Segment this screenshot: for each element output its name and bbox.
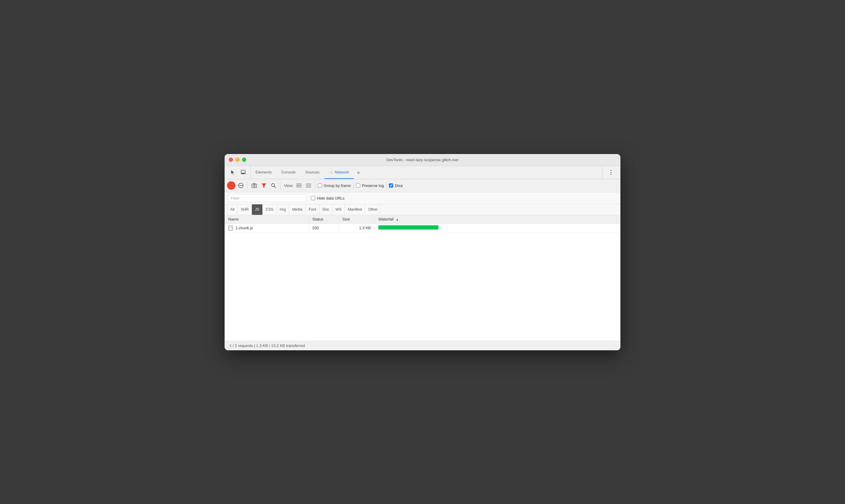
tab-bar: Elements Console Sources ⚠ Network » (225, 166, 620, 179)
tabs-container: Elements Console Sources ⚠ Network » (251, 166, 602, 179)
divider-2 (280, 182, 280, 189)
toolbar: View: (225, 179, 620, 192)
file-name: 1.chunk.js (235, 226, 253, 230)
filter-css[interactable]: CSS (263, 204, 277, 215)
disable-cache-text: Disa (395, 183, 403, 188)
divider-5 (386, 182, 387, 189)
tab-network[interactable]: ⚠ Network (324, 166, 354, 179)
filter-all[interactable]: All (227, 204, 238, 215)
record-button[interactable] (227, 181, 235, 190)
svg-line-9 (275, 186, 276, 188)
filter-ws[interactable]: WS (333, 204, 345, 215)
filter-icon[interactable] (260, 181, 268, 190)
filter-img[interactable]: Img (277, 204, 289, 215)
search-button[interactable] (269, 181, 278, 190)
file-icon (228, 225, 233, 231)
divider-4 (353, 182, 354, 189)
filter-font[interactable]: Font (306, 204, 320, 215)
svg-point-5 (253, 185, 255, 187)
network-table: Name Status Size Waterfall ▲ (225, 215, 620, 233)
group-by-frame-label[interactable]: Group by frame (318, 183, 351, 188)
browser-window: DevTools - react-lazy-suspense.glitch.me… (225, 154, 620, 350)
tab-bar-right: ⋮ (602, 166, 619, 179)
filter-input[interactable] (228, 194, 306, 202)
disable-cache-checkbox[interactable] (389, 183, 393, 187)
preserve-log-label[interactable]: Preserve log (356, 183, 384, 188)
minimize-button[interactable] (235, 158, 240, 162)
tab-sources-label: Sources (305, 170, 320, 174)
more-icon: » (357, 169, 360, 176)
waterfall-bar (379, 225, 438, 230)
table-row[interactable]: 1.chunk.js 200 1.3 KB (225, 223, 620, 233)
warn-icon: ⚠ (329, 169, 333, 174)
status-bar: 1 / 2 requests | 1.3 KB / 13.2 KB transf… (225, 341, 620, 350)
filter-xhr[interactable]: XHR (238, 204, 252, 215)
header-size[interactable]: Size (338, 215, 374, 223)
filter-doc[interactable]: Doc (320, 204, 333, 215)
hide-data-urls-text: Hide data URLs (317, 196, 345, 200)
filter-other[interactable]: Other (365, 204, 381, 215)
size-cell: 1.3 KB (338, 223, 374, 233)
status-cell: 200 (309, 223, 338, 233)
hide-data-urls-checkbox[interactable] (311, 196, 315, 200)
tab-console[interactable]: Console (277, 166, 300, 179)
group-by-frame-checkbox[interactable] (318, 183, 322, 187)
filter-js[interactable]: JS (252, 204, 263, 215)
tab-sources[interactable]: Sources (300, 166, 324, 179)
hide-data-urls-label[interactable]: Hide data URLs (311, 196, 345, 200)
title-bar: DevTools - react-lazy-suspense.glitch.me… (225, 154, 620, 166)
filter-manifest[interactable]: Manifest (345, 204, 365, 215)
table-header: Name Status Size Waterfall ▲ (225, 215, 620, 223)
filter-media[interactable]: Media (289, 204, 305, 215)
disable-cache-label[interactable]: Disa (389, 183, 403, 188)
tree-view-icon[interactable] (304, 181, 313, 190)
table-body: 1.chunk.js 200 1.3 KB (225, 223, 620, 233)
close-button[interactable] (229, 158, 233, 162)
file-size: 1.3 KB (359, 226, 371, 230)
preserve-log-text: Preserve log (362, 183, 384, 188)
list-view-icon[interactable] (295, 181, 303, 190)
tab-console-label: Console (281, 170, 296, 174)
cursor-icon[interactable] (228, 167, 238, 177)
clear-button[interactable] (236, 181, 245, 190)
filter-row: Hide data URLs (225, 192, 620, 204)
dock-icon[interactable] (239, 167, 248, 177)
svg-rect-4 (252, 184, 257, 187)
svg-marker-7 (262, 183, 266, 187)
maximize-button[interactable] (242, 158, 246, 162)
status-text: 1 / 2 requests | 1.3 KB / 13.2 KB transf… (229, 343, 305, 348)
header-name[interactable]: Name (225, 215, 309, 223)
more-options-icon[interactable]: ⋮ (606, 167, 616, 177)
waterfall-cell (374, 223, 620, 233)
tab-elements-label: Elements (256, 170, 272, 174)
tab-network-label: Network (335, 170, 349, 174)
divider-1 (247, 182, 248, 189)
header-status[interactable]: Status (309, 215, 338, 223)
traffic-lights (229, 158, 246, 162)
group-by-frame-text: Group by frame (324, 183, 351, 188)
screenshot-button[interactable] (250, 181, 259, 190)
status-code: 200 (313, 226, 319, 230)
file-name-cell: 1.chunk.js (225, 223, 309, 233)
window-title: DevTools - react-lazy-suspense.glitch.me… (387, 158, 459, 162)
devtools-panel: Elements Console Sources ⚠ Network » (225, 166, 620, 350)
tab-elements[interactable]: Elements (251, 166, 277, 179)
tab-bar-left-icons (226, 166, 251, 179)
preserve-log-checkbox[interactable] (356, 183, 360, 187)
view-label: View: (284, 183, 294, 188)
empty-table-area (225, 233, 620, 341)
network-table-container: Name Status Size Waterfall ▲ (225, 215, 620, 341)
header-waterfall[interactable]: Waterfall ▲ (374, 215, 620, 223)
type-filters: All XHR JS CSS Img Media Font Doc (225, 204, 620, 215)
sort-icon: ▲ (396, 218, 399, 221)
tab-more[interactable]: » (354, 166, 363, 179)
svg-rect-1 (241, 173, 245, 174)
